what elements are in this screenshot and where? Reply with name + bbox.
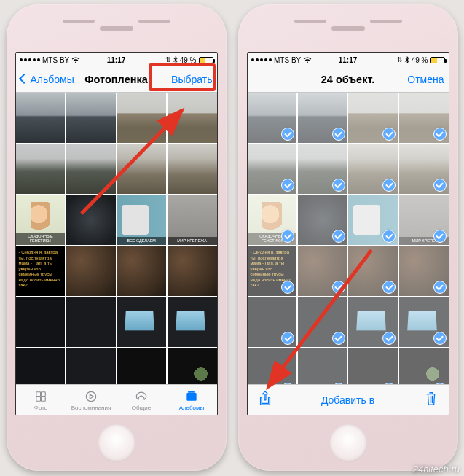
battery-icon [199,57,213,63]
photo-thumb[interactable]: 0:22 [117,348,166,384]
add-to-button[interactable]: Добавить в [272,394,424,406]
share-icon [258,391,272,407]
check-icon [382,230,396,243]
photo-thumb-selected[interactable]: - Сегодня я, завтра ты, послезавтра мама… [248,246,297,296]
photo-thumb[interactable] [168,297,217,347]
photo-thumb-selected[interactable] [298,348,347,384]
cancel-button[interactable]: Отмена [385,74,444,85]
photo-grid[interactable]: СКАЗОЧНЫЕ ГЕНЕТИКИ ВСЕ СДЕЛАЕМ МИР КРЕПЕ… [16,93,217,384]
check-icon [332,179,345,192]
tab-shared[interactable]: Общие [117,385,167,415]
photo-thumb[interactable] [66,144,116,194]
thumb-quote: - Сегодня я, завтра ты, послезавтра мама… [19,250,63,289]
memories-icon [84,389,98,404]
photo-thumb[interactable] [117,93,166,143]
select-button[interactable]: Выбрать [153,74,213,85]
photo-thumb[interactable] [16,297,66,347]
photo-thumb[interactable] [168,144,217,194]
photo-thumb-selected[interactable] [399,348,449,384]
photo-thumb[interactable] [117,297,166,347]
svg-point-4 [86,391,95,401]
photo-thumb[interactable]: МИР КРЕПЕЖА [168,195,217,245]
screen-right: MTS BY 11:17 ⇅ 49 % 24 объект. Отмена [247,52,449,415]
photo-thumb-selected[interactable] [298,297,347,347]
check-icon [382,128,396,141]
home-button[interactable] [329,424,367,462]
photo-thumb-selected[interactable] [298,195,347,245]
thumb-caption: МИР КРЕПЕЖА [168,237,217,244]
photo-grid-selected[interactable]: СКАЗОЧНЫЕ ГЕНЕТИКИ МИР КРЕПЕ - Сегодня я… [248,93,449,384]
photo-thumb-selected[interactable] [348,144,398,194]
check-icon [433,179,447,192]
photo-thumb-selected[interactable] [348,246,398,296]
home-button[interactable] [98,424,135,462]
photo-thumb-selected[interactable] [348,93,398,143]
tab-memories[interactable]: Воспоминания [66,385,117,415]
photo-thumb[interactable]: - Сегодня я, завтра ты, послезавтра мама… [16,246,66,296]
check-icon [433,383,447,385]
photo-thumb-selected[interactable] [248,297,297,347]
photo-thumb[interactable] [168,246,217,296]
photo-thumb[interactable] [16,93,66,143]
status-bar: MTS BY 11:17 ⇅ 49 % [16,53,217,66]
watermark: 24hitech.ru [413,464,460,475]
photo-thumb-selected[interactable] [399,246,449,296]
photo-thumb-selected[interactable] [248,93,297,143]
thumb-caption: СКАЗОЧНЫЕ ГЕНЕТИКИ [248,233,297,244]
thumb-caption: ВСЕ СДЕЛАЕМ [117,237,166,244]
nav-bar: Альбомы Фотопленка Выбрать [16,66,217,93]
photo-thumb-selected[interactable] [298,93,347,143]
check-icon [433,128,447,141]
battery-icon [430,57,445,63]
photo-thumb[interactable] [66,195,116,245]
check-icon [281,128,294,141]
tab-albums[interactable]: Альбомы [167,385,217,415]
photo-thumb-selected[interactable] [298,144,347,194]
tab-photos[interactable]: Фото [16,385,66,415]
photo-thumb-selected[interactable] [399,144,449,194]
tab-bar: Фото Воспоминания Общие Альбомы [16,384,217,415]
share-button[interactable] [258,391,272,409]
photo-thumb-selected[interactable] [399,297,449,347]
tab-label: Альбомы [179,405,204,411]
photo-thumb[interactable] [66,348,116,384]
photo-thumb[interactable]: ВСЕ СДЕЛАЕМ [117,195,166,245]
photo-thumb-selected[interactable] [248,144,297,194]
photo-thumb[interactable] [117,246,166,296]
photo-thumb[interactable] [66,93,116,143]
photo-thumb[interactable]: СКАЗОЧНЫЕ ГЕНЕТИКИ [16,195,66,245]
check-icon [382,281,396,294]
photo-thumb[interactable] [16,144,66,194]
thumb-caption: МИР КРЕПЕ [399,237,449,244]
photo-thumb-selected[interactable] [348,348,398,384]
photo-thumb[interactable] [168,348,217,384]
svg-rect-3 [41,397,45,401]
photo-thumb[interactable] [66,246,116,296]
photo-thumb[interactable] [117,144,166,194]
back-button[interactable]: Альбомы [20,74,80,85]
check-icon [332,281,345,294]
photo-thumb-selected[interactable] [399,93,449,143]
check-icon [281,383,294,385]
photo-thumb-selected[interactable] [348,195,398,245]
thumb-caption: СКАЗОЧНЫЕ ГЕНЕТИКИ [16,233,66,244]
photo-thumb[interactable] [66,297,116,347]
chevron-left-icon [20,74,29,85]
tab-label: Фото [34,405,47,411]
screen-left: MTS BY 11:17 ⇅ 49 % Альбомы Фотопленка [15,52,218,415]
check-icon [332,230,345,243]
svg-rect-0 [36,391,41,396]
phone-left: MTS BY 11:17 ⇅ 49 % Альбомы Фотопленка [7,4,227,471]
photo-thumb-selected[interactable]: СКАЗОЧНЫЕ ГЕНЕТИКИ [248,195,297,245]
check-icon [433,230,447,243]
photo-thumb-selected[interactable] [298,246,347,296]
photo-thumb[interactable] [16,348,66,384]
check-icon [281,281,294,294]
delete-button[interactable] [424,391,439,409]
photo-thumb-selected[interactable] [248,348,297,384]
shared-icon [134,389,149,404]
albums-icon [184,389,199,404]
photo-thumb[interactable] [168,93,217,143]
photo-thumb-selected[interactable] [348,297,398,347]
photo-thumb-selected[interactable]: МИР КРЕПЕ [399,195,449,245]
